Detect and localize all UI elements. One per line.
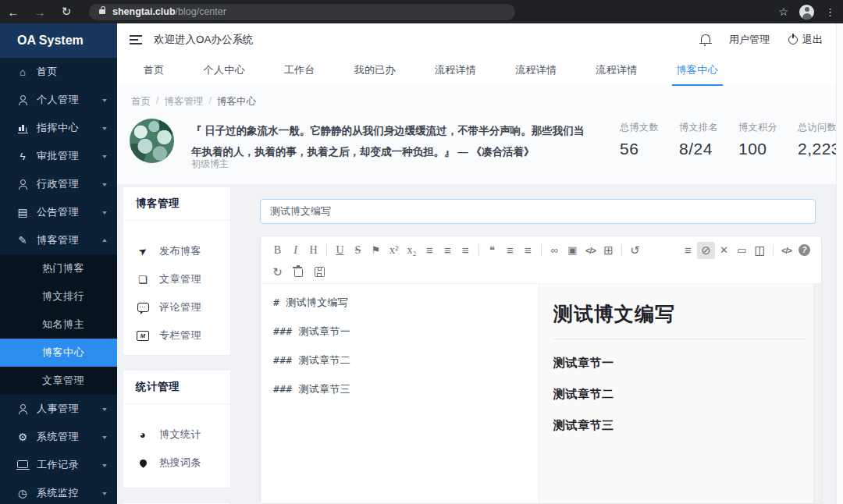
align-center-icon[interactable]: ≡	[439, 242, 457, 259]
sidebar-item-home[interactable]: ⌂ 首页	[0, 58, 117, 86]
sidebar-subitem-article-management[interactable]: 文章管理	[0, 367, 117, 395]
underline-icon[interactable]: U	[331, 242, 349, 259]
page-preview-icon[interactable]: ▭	[733, 242, 751, 259]
logout-button[interactable]: 退出	[788, 33, 823, 47]
trash-icon[interactable]	[290, 264, 308, 281]
blog-stats: 总博文数 56 博文排名 8/24 博文积分 100 总访问数 2,223	[620, 121, 841, 158]
toc-icon[interactable]: ≡	[679, 242, 697, 259]
address-bar[interactable]: shengtai.club /blog/center	[89, 4, 515, 20]
editor-toolbar-row2: ↻	[261, 261, 821, 282]
blockquote-icon[interactable]: ❝	[483, 242, 501, 259]
breadcrumb: 首页 / 博客管理 / 博客中心	[131, 95, 256, 108]
toolbar-divider	[326, 244, 327, 256]
heading-icon[interactable]: H	[304, 242, 322, 259]
help-icon[interactable]: ?	[795, 242, 813, 259]
stat-post-points: 博文积分 100	[738, 121, 777, 158]
bookmark-star-icon[interactable]: ☆	[778, 5, 788, 18]
forward-icon[interactable]: →	[27, 5, 53, 19]
html-code-icon[interactable]: </>	[777, 242, 795, 259]
tab-my-done[interactable]: 我的已办	[350, 56, 400, 86]
code-icon[interactable]: </>	[582, 242, 599, 259]
markdown-source-pane[interactable]: # 测试博文编写 ### 测试章节一 ### 测试章节二 ### 测试章节三	[261, 284, 539, 503]
ordered-list-icon[interactable]: ≡	[501, 242, 519, 259]
sidebar-item-label: 系统管理	[37, 430, 94, 444]
blogger-level-badge: 初级博主	[191, 158, 229, 171]
panel-item-column-management[interactable]: M 专栏管理	[123, 321, 230, 350]
chevron-down-icon	[102, 492, 107, 498]
save-icon[interactable]	[311, 264, 329, 281]
italic-icon[interactable]: I	[286, 242, 304, 259]
sidebar-item-command-center[interactable]: 指挥中心	[0, 114, 117, 142]
sidebar-item-hr[interactable]: 人事管理	[0, 395, 117, 423]
fullscreen-icon[interactable]: ✕	[715, 242, 733, 259]
panel-title: 统计管理	[123, 371, 230, 404]
browser-menu-icon[interactable]: ⋮	[825, 6, 835, 18]
panel-item-label: 评论管理	[159, 300, 201, 314]
tab-blog-center[interactable]: 博客中心	[672, 56, 723, 86]
browser-profile-avatar[interactable]	[799, 5, 814, 20]
markdown-line: ### 测试章节一	[273, 325, 526, 339]
tab-workbench[interactable]: 工作台	[279, 56, 320, 86]
home-icon: ⌂	[16, 66, 29, 78]
blogger-avatar[interactable]	[130, 119, 174, 163]
preview-toggle-icon[interactable]: ⊘	[697, 242, 715, 259]
blog-title-input[interactable]	[260, 199, 816, 224]
sidebar-item-administration[interactable]: 行政管理	[0, 170, 117, 198]
preview-scrollbar[interactable]	[813, 284, 821, 503]
undo-icon[interactable]: ↺	[626, 242, 644, 259]
breadcrumb-blog-management[interactable]: 博客管理	[164, 95, 203, 108]
redo-icon[interactable]: ↻	[269, 264, 286, 281]
menu-fold-icon[interactable]	[130, 35, 142, 44]
sidebar-subitem-famous-bloggers[interactable]: 知名博主	[0, 311, 117, 339]
tab-home[interactable]: 首页	[139, 56, 169, 86]
panel-item-publish-blog[interactable]: ➤ 发布博客	[123, 237, 230, 265]
panel-item-hot-search[interactable]: 热搜词条	[123, 449, 230, 477]
lock-icon	[99, 9, 105, 14]
panel-item-article-management[interactable]: ❏ 文章管理	[123, 265, 230, 293]
admin-user-icon	[16, 179, 29, 190]
panel-item-comment-management[interactable]: 评论管理	[123, 293, 230, 321]
main-area: 欢迎进入OA办公系统 用户管理 退出 首页 个人中心 工作台 我的已办 流程详情…	[117, 23, 843, 504]
sidebar-item-system-monitor[interactable]: ◷ 系统监控	[0, 479, 117, 504]
panel-title: 博客管理	[123, 187, 230, 221]
unordered-list-icon[interactable]: ≡	[519, 242, 537, 259]
bold-icon[interactable]: B	[269, 242, 286, 259]
markdown-line: # 测试博文编写	[273, 296, 526, 310]
table-icon[interactable]: ⊞	[599, 242, 617, 259]
sidebar-item-system-management[interactable]: ⚙ 系统管理	[0, 423, 117, 451]
sidebar-item-blog-management[interactable]: ✎ 博客管理	[0, 226, 117, 254]
sidebar-item-personal[interactable]: 个人管理	[0, 86, 117, 114]
sidebar-item-label: 博客管理	[37, 233, 94, 247]
image-icon[interactable]: ▣	[564, 242, 582, 259]
strikethrough-icon[interactable]: S	[349, 242, 367, 259]
bar-chart-icon	[16, 123, 29, 133]
page-scrollbar[interactable]	[836, 23, 843, 504]
align-right-icon[interactable]: ≡	[457, 242, 475, 259]
subscript-icon[interactable]: x₂	[403, 242, 421, 259]
statistics-panel: 统计管理 ◕ 博文统计 热搜词条	[123, 371, 230, 488]
link-icon[interactable]: ∞	[546, 242, 564, 259]
align-left-icon[interactable]: ≡	[421, 242, 439, 259]
toolbar-divider	[541, 244, 542, 256]
reload-icon[interactable]: ↻	[53, 5, 80, 19]
logout-label: 退出	[802, 33, 823, 47]
sidebar-subitem-hot-blogs[interactable]: 热门博客	[0, 254, 117, 282]
panel-item-blog-statistics[interactable]: ◕ 博文统计	[123, 421, 230, 449]
bell-icon[interactable]	[701, 34, 710, 43]
sidebar-subitem-blog-ranking[interactable]: 博文排行	[0, 282, 117, 311]
breadcrumb-home[interactable]: 首页	[131, 95, 151, 108]
user-management-link[interactable]: 用户管理	[729, 33, 770, 47]
split-view-icon[interactable]: ◫	[751, 242, 769, 259]
sidebar-item-announcement[interactable]: ▤ 公告管理	[0, 198, 117, 226]
superscript-icon[interactable]: x²	[385, 242, 403, 259]
tab-process-detail-2[interactable]: 流程详情	[510, 56, 561, 86]
sidebar-item-approval[interactable]: ϟ 审批管理	[0, 142, 117, 170]
sidebar-subitem-blog-center[interactable]: 博客中心	[0, 339, 117, 367]
sidebar-item-work-record[interactable]: 工作记录	[0, 451, 117, 479]
tab-process-detail-1[interactable]: 流程详情	[430, 56, 481, 86]
panel-item-label: 发布博客	[159, 244, 201, 258]
tab-process-detail-3[interactable]: 流程详情	[591, 56, 642, 86]
back-icon[interactable]: ←	[0, 5, 27, 19]
mark-icon[interactable]: ⚑	[367, 242, 385, 259]
tab-personal-center[interactable]: 个人中心	[199, 56, 250, 86]
